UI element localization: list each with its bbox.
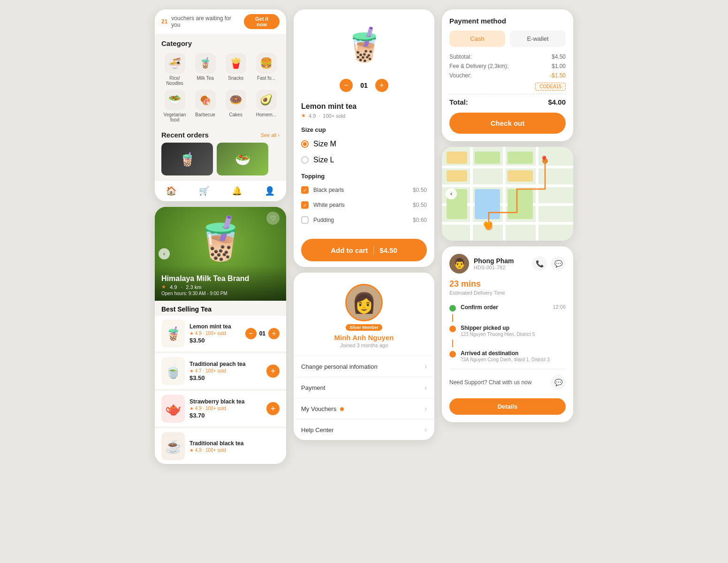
tea-name-3: Strawberry black tea xyxy=(190,398,262,405)
recent-images: 🧋 🥗 xyxy=(155,143,286,180)
profile-card: 👩 Silver Member Minh Anh Nguyen Joined 3… xyxy=(294,273,434,440)
white-pearls-checkbox[interactable]: ✓ xyxy=(301,201,309,209)
category-grid: 🍜 Rice/ Noodles 🧋 Milk Tea 🍟 Snacks 🍔 Fa… xyxy=(155,50,286,127)
subtotal-label: Subtotal: xyxy=(449,53,471,60)
cash-payment-button[interactable]: Cash xyxy=(449,30,505,47)
cat-barbecue[interactable]: 🍖 Barbecue xyxy=(192,90,219,122)
pudding-row[interactable]: Pudding $0.60 xyxy=(294,213,434,228)
cakes-icon: 🍩 xyxy=(226,90,246,110)
topping-label: Topping xyxy=(294,168,434,183)
white-pearls-row[interactable]: ✓ White pearls $0.50 xyxy=(294,198,434,213)
add-cart-label: Add to cart xyxy=(331,246,368,254)
product-rating: 4.9 xyxy=(309,113,316,119)
tl-label-confirm: Confirm order xyxy=(461,304,548,311)
total-row: Total: $4.00 xyxy=(449,98,566,106)
cat-label: Milk Tea xyxy=(197,76,214,81)
driver-avatar: 👨 xyxy=(449,254,469,274)
banner-prev-button[interactable]: ‹ xyxy=(159,248,170,259)
banner-hours: Open hours: 9:30 AM - 9:00 PM xyxy=(161,291,280,296)
cat-label: Snacks xyxy=(228,76,243,81)
see-all-link[interactable]: See all › xyxy=(261,132,280,138)
banner-dot: · xyxy=(181,284,182,290)
cat-vegetarian[interactable]: 🥗 Vegetarian food xyxy=(161,90,188,122)
banner-rating-star: ★ xyxy=(161,284,166,290)
tl-dot-orange-2 xyxy=(449,351,456,358)
tea-thumb-1: 🧋 xyxy=(161,320,185,348)
tea-list-item[interactable]: 🧋 Lemon mint tea ★ 4.9 · 100+ sold $3.50… xyxy=(155,316,286,351)
add-item-button[interactable]: + xyxy=(266,402,280,415)
size-l-option[interactable]: Size L xyxy=(294,152,434,168)
milk-tea-icon: 🧋 xyxy=(195,53,216,74)
cat-homemade[interactable]: 🥑 Homem... xyxy=(253,90,280,122)
details-button[interactable]: Details xyxy=(449,398,566,415)
qty-plus-button[interactable]: + xyxy=(268,328,280,339)
black-pearls-checkbox[interactable]: ✓ xyxy=(301,186,309,194)
nav-profile-icon[interactable]: 👤 xyxy=(264,185,275,197)
tl-confirm-order: Confirm order 12:06 xyxy=(449,301,566,314)
change-info-menu-item[interactable]: Change personal infomation › xyxy=(294,356,434,377)
best-selling-title: Best Selling Tea xyxy=(155,301,286,316)
get-now-button[interactable]: Get it now xyxy=(244,14,280,29)
delivery-value: $1.00 xyxy=(552,63,566,69)
tea-price-2: $3.50 xyxy=(190,374,262,381)
payment-menu-item[interactable]: Payment › xyxy=(294,377,434,398)
pudding-checkbox[interactable] xyxy=(301,216,309,224)
tl-arrived: Arrived at destination 73A Nguyen Cong D… xyxy=(449,347,566,365)
size-m-option[interactable]: Size M xyxy=(294,136,434,152)
ewallet-payment-button[interactable]: E-wallet xyxy=(510,30,566,47)
support-chat-button[interactable]: 💬 xyxy=(551,375,566,390)
cat-fast-food[interactable]: 🍔 Fast fo... xyxy=(253,53,280,86)
tea-list-item[interactable]: 🍵 Traditional peach tea ★ 4.7 · 100+ sol… xyxy=(155,353,286,389)
nav-bell-icon[interactable]: 🔔 xyxy=(231,185,243,197)
recent-order-img-2[interactable]: 🥗 xyxy=(217,143,268,175)
black-pearls-name: Black pearls xyxy=(313,187,408,193)
tea-name-2: Traditional peach tea xyxy=(190,361,262,367)
black-pearls-row[interactable]: ✓ Black pearls $0.50 xyxy=(294,183,434,198)
vouchers-menu-item[interactable]: My Vouchers › xyxy=(294,398,434,419)
radio-size-m[interactable] xyxy=(301,140,309,148)
bottom-nav: 🏠 🛒 🔔 👤 xyxy=(155,180,286,201)
checkout-button[interactable]: Check out xyxy=(449,113,566,134)
banner-rating: 4.9 xyxy=(170,284,177,290)
delivery-card: 👨 Phong Pham HDS-001-782 📞 💬 23 mins Est… xyxy=(442,246,573,422)
vegetarian-icon: 🥗 xyxy=(165,90,185,110)
recent-order-img-1[interactable]: 🧋 xyxy=(161,143,213,175)
tea-list-item[interactable]: ☕ Traditional black tea ★ 4.9 · 100+ sol… xyxy=(155,428,286,464)
nav-home-icon[interactable]: 🏠 xyxy=(166,185,177,197)
cat-rice-noodles[interactable]: 🍜 Rice/ Noodles xyxy=(161,53,188,86)
voucher-code: CODEA15 xyxy=(535,83,566,91)
message-button[interactable]: 💬 xyxy=(551,256,566,271)
product-qty-minus[interactable]: − xyxy=(340,79,353,92)
eta-value: 23 mins xyxy=(449,279,566,289)
nav-cart-icon[interactable]: 🛒 xyxy=(198,185,210,197)
qty-control-1: − 01 + xyxy=(245,328,280,339)
voucher-count: 21 xyxy=(161,18,167,25)
driver-actions: 📞 💬 xyxy=(532,256,566,271)
cat-label: Fast fo... xyxy=(257,76,275,81)
tea-thumb-4: ☕ xyxy=(161,432,185,460)
cat-cakes[interactable]: 🍩 Cakes xyxy=(222,90,249,122)
cat-label: Cakes xyxy=(229,112,242,117)
heart-button[interactable]: ♡ xyxy=(266,212,280,225)
help-center-menu-item[interactable]: Help Center › xyxy=(294,419,434,440)
homemade-icon: 🥑 xyxy=(256,90,277,110)
add-item-button[interactable]: + xyxy=(266,365,280,378)
cat-snacks[interactable]: 🍟 Snacks xyxy=(222,53,249,86)
tl-connector xyxy=(452,340,453,347)
chevron-right-icon: › xyxy=(425,426,427,434)
radio-size-l[interactable] xyxy=(301,156,309,164)
cat-milk-tea[interactable]: 🧋 Milk Tea xyxy=(192,53,219,86)
product-qty-row: − 01 + xyxy=(294,75,434,98)
cat-label: Vegetarian food xyxy=(161,112,188,122)
add-to-cart-button[interactable]: Add to cart $4.50 xyxy=(301,239,427,261)
product-qty-plus[interactable]: + xyxy=(375,79,388,92)
qty-minus-button[interactable]: − xyxy=(245,328,257,339)
subtotal-value: $4.50 xyxy=(552,53,566,60)
call-button[interactable]: 📞 xyxy=(532,256,547,271)
barbecue-icon: 🍖 xyxy=(195,90,216,110)
star-icon: ★ xyxy=(301,113,306,119)
tea-list-item[interactable]: 🫖 Strawberry black tea ★ 4.9 · 100+ sold… xyxy=(155,391,286,426)
pudding-price: $0.60 xyxy=(413,217,427,223)
map-prev-button[interactable]: ‹ xyxy=(446,188,457,199)
payment-title: Payment method xyxy=(449,17,566,25)
